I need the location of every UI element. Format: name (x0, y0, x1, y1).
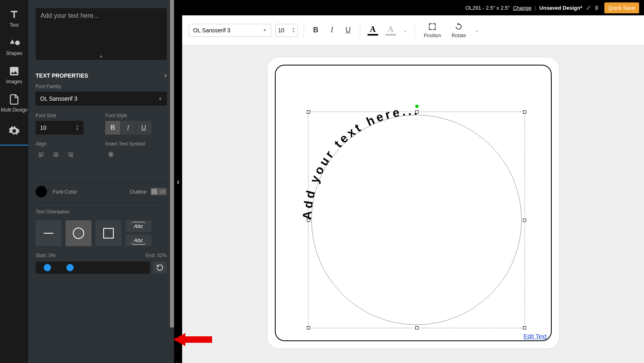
icon-sidebar: Text Shapes Images Multi Design (0, 0, 28, 363)
toolbar-separator (414, 22, 415, 38)
rotate-label: Rotate (452, 33, 466, 38)
section-header-text-props[interactable]: TEXT PROPERTIES › (28, 64, 174, 84)
chevron-right-icon: › (164, 71, 167, 80)
insert-symbol-button[interactable]: ® (105, 149, 117, 160)
orient-arc-top-button[interactable]: Abc (125, 220, 151, 232)
design-title: Unsaved Design* (539, 5, 582, 11)
font-color-label: Font Color (53, 189, 77, 195)
toolbar-color-more[interactable]: ⌄ (402, 27, 409, 33)
text-input-placeholder: Add your text here... (40, 12, 99, 19)
slider-thumb-end[interactable] (66, 264, 74, 271)
pencil-icon[interactable] (586, 5, 591, 11)
text-color-bar (368, 34, 378, 36)
toolbar-rotate-button[interactable]: Rotate (448, 22, 469, 38)
orient-circle-button[interactable] (66, 220, 91, 246)
sidebar-item-shapes[interactable]: Shapes (0, 32, 28, 61)
font-style-label: Font Style (105, 113, 167, 118)
sidebar-label-multidesign: Multi Design (1, 107, 28, 113)
quick-save-button[interactable]: Quick Save (604, 2, 639, 13)
underline-button[interactable]: U (136, 121, 151, 135)
orient-square-button[interactable] (96, 220, 121, 246)
toolbar-italic-button[interactable]: I (326, 24, 338, 37)
toolbar-underline-button[interactable]: U (342, 24, 354, 37)
panel-scrollbar[interactable] (170, 0, 174, 327)
images-icon (9, 65, 20, 77)
change-link[interactable]: Change (513, 5, 531, 11)
text-input[interactable]: Add your text here... ▲ (36, 8, 167, 60)
orient-arc-bottom-button[interactable]: Abc (125, 234, 151, 246)
align-group (36, 149, 97, 160)
font-style-group: B I U (105, 121, 167, 135)
product-info: OL291 - 2.5" x 2.5" (465, 5, 510, 11)
toolbar-position-button[interactable]: Position (421, 22, 444, 38)
position-icon (428, 22, 437, 31)
reset-icon (156, 264, 164, 271)
font-size-input[interactable]: 10 ▲▼ (36, 121, 83, 135)
toolbar-font-dropdown[interactable]: OL Sansserif 3 ▼ (189, 24, 271, 37)
toolbar-separator (360, 22, 360, 38)
reset-slider-button[interactable] (153, 262, 167, 274)
orientation-row: Abc Abc (28, 220, 174, 246)
spinner-icon[interactable]: ▲▼ (292, 27, 295, 34)
position-label: Position (424, 33, 441, 38)
orientation-label: Text Orientation (36, 209, 167, 215)
format-toolbar: OL Sansserif 3 ▼ 10 ▲▼ B I U A A ⌄ (182, 15, 644, 45)
italic-button[interactable]: I (121, 121, 136, 135)
align-left-button[interactable] (36, 149, 47, 160)
color-row: Font Color Outline Off (28, 181, 174, 202)
outline-label: Outline (130, 189, 147, 195)
curved-text-content: Add your text here... (300, 104, 419, 220)
bold-button[interactable]: B (105, 121, 121, 135)
toolbar-size-input[interactable]: 10 ▲▼ (275, 24, 298, 37)
divider (36, 177, 167, 178)
annotation-arrow (173, 332, 212, 348)
outline-toggle[interactable]: Off (151, 188, 167, 195)
shapes-icon (9, 37, 20, 49)
font-size-value: 10 (40, 125, 47, 131)
font-family-dropdown[interactable]: OL Sansserif 3 ▼ (36, 92, 167, 106)
slider-thumb-start[interactable] (44, 264, 51, 271)
toolbar-more[interactable]: ⌄ (473, 27, 480, 33)
font-family-label: Font Family (36, 84, 167, 89)
curved-text[interactable]: Add your text here... (268, 57, 559, 348)
properties-panel: Add your text here... ▲ TEXT PROPERTIES … (28, 0, 174, 363)
sidebar-label-shapes: Shapes (6, 51, 23, 56)
toolbar-size-value: 10 (278, 27, 285, 34)
toolbar-text-color-button[interactable]: A (366, 25, 380, 36)
sidebar-label-images: Images (6, 79, 22, 84)
caret-down-icon: ▼ (158, 97, 162, 101)
orient-straight-button[interactable] (36, 220, 62, 246)
separator: | (535, 5, 536, 11)
font-size-label: Font Size (36, 113, 97, 118)
top-bar: OL291 - 2.5" x 2.5" Change | Unsaved Des… (182, 0, 644, 15)
main-area: OL291 - 2.5" x 2.5" Change | Unsaved Des… (182, 0, 644, 363)
divider (36, 205, 167, 206)
sidebar-item-images[interactable]: Images (0, 61, 28, 89)
align-label: Align (36, 141, 97, 147)
toolbar-outline-color-button[interactable]: A (384, 25, 397, 36)
sidebar-item-multidesign[interactable]: Multi Design (0, 89, 28, 117)
toolbar-bold-button[interactable]: B (310, 24, 322, 37)
panel-collapse-button[interactable]: ‹ (174, 0, 182, 363)
caret-down-icon: ▼ (263, 28, 267, 32)
text-icon (9, 9, 20, 20)
label-canvas[interactable]: Add your text here... Edit Text (268, 57, 559, 348)
align-right-button[interactable] (65, 149, 76, 160)
spinner-icon[interactable]: ▲▼ (76, 125, 79, 131)
font-color-swatch[interactable] (36, 186, 47, 197)
sidebar-item-text[interactable]: Text (0, 4, 28, 32)
sidebar-item-settings[interactable] (0, 117, 28, 146)
outline-color-letter: A (388, 25, 393, 34)
slider-row: Start: 0% End: 32% (28, 253, 174, 274)
orientation-slider[interactable] (36, 262, 150, 274)
trash-icon[interactable] (594, 5, 599, 11)
align-center-button[interactable] (50, 149, 62, 160)
section-header-label: TEXT PROPERTIES (36, 72, 88, 79)
resize-handle-icon[interactable]: ▲ (99, 54, 103, 58)
symbol-label: Insert Text Symbol (105, 141, 167, 147)
canvas[interactable]: Add your text here... Edit Text (182, 45, 644, 363)
svg-marker-3 (173, 333, 212, 346)
svg-point-1 (73, 228, 84, 238)
toolbar-separator (304, 22, 304, 38)
edit-text-link[interactable]: Edit Text (523, 333, 546, 340)
